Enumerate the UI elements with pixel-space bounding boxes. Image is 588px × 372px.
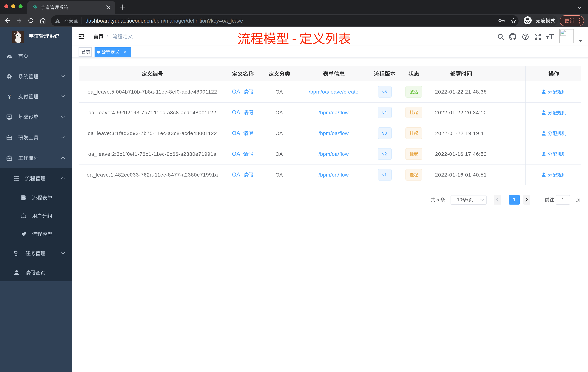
svg-text:¥: ¥: [8, 94, 11, 99]
